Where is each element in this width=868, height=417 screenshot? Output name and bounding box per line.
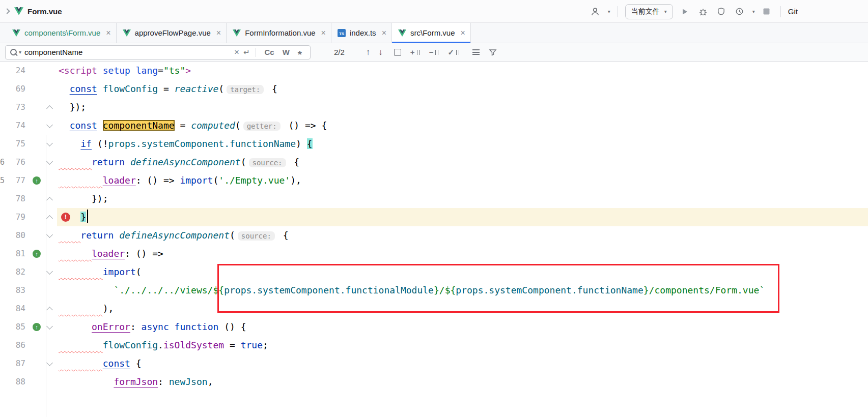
open-in-find-window-icon[interactable]	[394, 49, 401, 56]
gutter-icons	[25, 208, 57, 226]
gutter-green-icon[interactable]: ↑	[33, 176, 41, 185]
tab-index-ts[interactable]: TSindex.ts×	[331, 23, 392, 43]
code-text[interactable]: if (!props.systemComponent.functionName)…	[57, 135, 868, 153]
line-number: 79	[8, 208, 25, 226]
search-input[interactable]	[21, 48, 232, 56]
gutter-icons: ↑	[25, 171, 57, 190]
fold-end-icon[interactable]	[46, 307, 53, 313]
fold-expanded-icon[interactable]	[46, 158, 53, 165]
tab-forminformation-vue[interactable]: FormInformation.vue×	[227, 23, 331, 43]
whole-words-toggle[interactable]: W	[278, 48, 294, 56]
code-text[interactable]: const {	[57, 354, 868, 373]
user-dropdown-chevron-icon[interactable]: ▾	[608, 9, 610, 14]
stop-button[interactable]	[760, 5, 773, 18]
remove-occurrence-icon[interactable]: −	[429, 48, 439, 56]
edge-fragment	[0, 300, 8, 318]
edge-fragment	[0, 98, 8, 116]
user-icon[interactable]	[589, 5, 602, 18]
fold-expanded-icon[interactable]	[46, 268, 53, 275]
tab-close-icon[interactable]: ×	[106, 29, 110, 37]
find-bar: ▾ × ↵ Cc W * 2/2 ↑ ↓ + − ✓	[0, 43, 868, 62]
code-text[interactable]: flowConfig.isOldSystem = true;	[57, 336, 868, 354]
previous-occurrence-button[interactable]: ↑	[366, 47, 371, 57]
fold-expanded-icon[interactable]	[46, 323, 53, 330]
code-line-88: 88 formJson: newJson,	[0, 373, 868, 391]
edge-fragment: 5	[0, 171, 8, 190]
code-text[interactable]: ! }	[57, 208, 868, 226]
code-line-85: 85↑ onError: async function () {	[0, 318, 868, 336]
regex-toggle[interactable]: *	[294, 52, 306, 57]
run-button[interactable]	[678, 5, 691, 18]
code-line-24: 24<script setup lang="ts">	[0, 62, 868, 80]
tab-close-icon[interactable]: ×	[321, 29, 326, 37]
code-line-79: 79! }	[0, 208, 868, 226]
code-text[interactable]: `./../../../views/${props.systemComponen…	[57, 281, 868, 300]
gutter-green-icon[interactable]: ↑	[33, 323, 41, 331]
search-icon[interactable]	[10, 48, 18, 56]
line-number: 88	[8, 373, 25, 391]
gutter-icons	[25, 226, 57, 245]
tab-src-form-vue[interactable]: src\Form.vue×	[392, 23, 471, 43]
chevron-right-icon[interactable]	[4, 8, 10, 14]
match-case-toggle[interactable]: Cc	[260, 48, 278, 56]
line-number: 69	[8, 80, 25, 98]
edge-fragment	[0, 281, 8, 300]
run-config-selector[interactable]: 当前文件 ▾	[625, 4, 673, 19]
code-line-84: 84 ),	[0, 300, 868, 318]
gutter-icons	[25, 80, 57, 98]
clear-search-icon[interactable]: ×	[232, 48, 241, 56]
edge-fragment	[0, 336, 8, 354]
vue-file-icon	[233, 29, 241, 37]
tab-label: approveFlowPage.vue	[135, 28, 211, 37]
tab-approveflowpage-vue[interactable]: approveFlowPage.vue×	[117, 23, 227, 43]
code-editor[interactable]: 24<script setup lang="ts">69 const flowC…	[0, 62, 868, 417]
tab-close-icon[interactable]: ×	[382, 29, 386, 37]
select-all-occurrences-icon[interactable]: ✓	[447, 48, 459, 57]
code-text[interactable]: <script setup lang="ts">	[57, 62, 868, 80]
profiler-dropdown-chevron-icon[interactable]: ▾	[752, 9, 755, 14]
gutter-icons: ↑	[25, 245, 57, 263]
code-text[interactable]: const flowConfig = reactive(target: {	[57, 80, 868, 98]
gutter-icons	[25, 98, 57, 116]
code-text[interactable]: import(	[57, 263, 868, 281]
code-text[interactable]: return defineAsyncComponent(source: {	[57, 226, 868, 245]
code-text[interactable]: onError: async function () {	[57, 318, 868, 336]
tab-label: src\Form.vue	[410, 28, 455, 37]
code-text[interactable]: loader: () =>	[57, 245, 868, 263]
vue-file-icon	[398, 29, 406, 37]
edge-fragment	[0, 62, 8, 80]
next-occurrence-button[interactable]: ↓	[378, 47, 383, 57]
add-occurrence-icon[interactable]: +	[410, 48, 420, 56]
fold-expanded-icon[interactable]	[46, 122, 53, 128]
fold-expanded-icon[interactable]	[46, 140, 53, 146]
view-options-icon[interactable]	[472, 49, 480, 55]
code-text[interactable]: return defineAsyncComponent(source: {	[57, 153, 868, 171]
code-text[interactable]: loader: () => import('./Empty.vue'),	[57, 171, 868, 190]
code-text[interactable]: });	[57, 98, 868, 116]
fold-end-icon[interactable]	[46, 197, 53, 203]
run-config-label: 当前文件	[631, 7, 660, 16]
code-line-81: 81↑ loader: () =>	[0, 245, 868, 263]
code-text[interactable]: const componentName = computed(getter: (…	[57, 116, 868, 135]
tab-close-icon[interactable]: ×	[216, 29, 221, 37]
chevron-down-icon: ▾	[664, 9, 667, 14]
code-text[interactable]: ),	[57, 300, 868, 318]
fold-expanded-icon[interactable]	[46, 360, 53, 366]
tab-label: FormInformation.vue	[245, 28, 315, 37]
fold-end-icon[interactable]	[46, 105, 53, 112]
debug-button[interactable]	[696, 5, 710, 18]
filter-icon[interactable]	[489, 48, 497, 56]
fold-end-icon[interactable]	[46, 215, 53, 222]
search-field[interactable]: ▾ × ↵ Cc W *	[5, 45, 311, 59]
fold-expanded-icon[interactable]	[46, 231, 53, 238]
tab-close-icon[interactable]: ×	[460, 29, 465, 37]
git-widget[interactable]: Git	[788, 7, 798, 16]
profiler-button[interactable]	[733, 5, 746, 18]
edge-fragment	[0, 354, 8, 373]
coverage-button[interactable]	[715, 5, 728, 18]
tab-components-form-vue[interactable]: components\Form.vue×	[6, 23, 117, 43]
code-text[interactable]: formJson: newJson,	[57, 373, 868, 391]
gutter-green-icon[interactable]: ↑	[33, 250, 41, 258]
code-text[interactable]: });	[57, 190, 868, 208]
newline-icon[interactable]: ↵	[241, 48, 252, 57]
